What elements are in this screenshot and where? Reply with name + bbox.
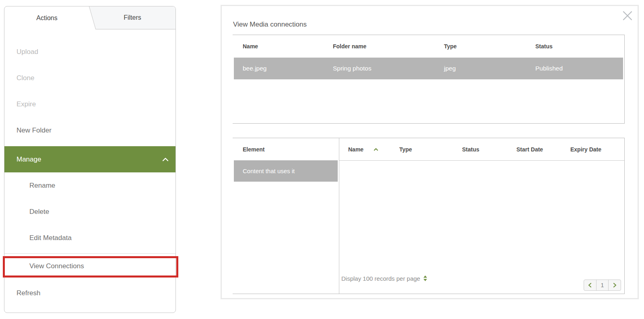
view-media-connections-modal: View Media connections Name Folder name …	[221, 5, 639, 299]
pagination: 1	[584, 280, 621, 291]
media-row-status: Published	[535, 58, 563, 79]
sort-ascending-icon[interactable]	[374, 138, 378, 160]
element-item-content-that-uses-it[interactable]: Content that uses it	[234, 160, 338, 182]
connections-col-type[interactable]: Type	[399, 138, 412, 160]
menu-item-refresh[interactable]: Refresh	[4, 284, 175, 302]
pagination-current-page[interactable]: 1	[596, 280, 609, 290]
actions-panel: Actions Filters Upload Clone Expire New …	[4, 6, 176, 313]
element-column-divider	[339, 138, 339, 294]
media-row-name: bee.jpeg	[243, 58, 266, 79]
connections-header-underline	[339, 160, 624, 161]
tab-filters-label: Filters	[89, 6, 175, 29]
pagination-prev-button[interactable]	[584, 280, 596, 290]
element-column-header: Element	[243, 138, 264, 160]
tab-filters[interactable]: Filters	[89, 6, 175, 29]
menu-item-clone: Clone	[4, 69, 175, 87]
records-per-page-control[interactable]: Display 100 records per page	[341, 273, 427, 283]
connections-col-status[interactable]: Status	[462, 138, 479, 160]
menu-item-delete[interactable]: Delete	[4, 203, 175, 221]
records-per-page-label: Display 100 records per page	[341, 275, 420, 282]
menu-separator	[4, 253, 175, 254]
menu-item-view-connections[interactable]: View Connections	[4, 257, 175, 275]
close-icon[interactable]	[621, 9, 634, 22]
menu-item-expire: Expire	[4, 95, 175, 113]
menu-item-new-folder[interactable]: New Folder	[4, 122, 175, 139]
media-row-folder-name: Spring photos	[333, 58, 372, 79]
media-col-status[interactable]: Status	[535, 35, 553, 57]
media-col-name[interactable]: Name	[243, 35, 258, 57]
records-per-page-caret-icon	[423, 275, 427, 282]
media-row-type: jpeg	[444, 58, 456, 79]
connections-col-expiry-date[interactable]: Expiry Date	[570, 138, 601, 160]
media-col-folder-name[interactable]: Folder name	[333, 35, 366, 57]
menu-item-upload: Upload	[4, 43, 175, 61]
media-row-selected[interactable]: bee.jpeg Spring photos jpeg Published	[234, 58, 623, 79]
media-table: Name Folder name Type Status bee.jpeg Sp…	[233, 35, 625, 124]
menu-item-rename[interactable]: Rename	[4, 177, 175, 195]
pagination-next-button[interactable]	[608, 280, 621, 290]
chevron-up-icon	[162, 157, 169, 162]
tab-actions[interactable]: Actions	[4, 6, 89, 29]
modal-title: View Media connections	[233, 21, 307, 29]
menu-item-edit-metadata[interactable]: Edit Metadata	[4, 229, 175, 247]
connections-table: Element Content that uses it Name Type S…	[233, 138, 625, 294]
manage-label: Manage	[17, 155, 41, 164]
connections-col-start-date[interactable]: Start Date	[516, 138, 543, 160]
media-col-type[interactable]: Type	[444, 35, 457, 57]
menu-item-manage[interactable]: Manage	[4, 146, 175, 172]
connections-col-name[interactable]: Name	[348, 138, 363, 160]
